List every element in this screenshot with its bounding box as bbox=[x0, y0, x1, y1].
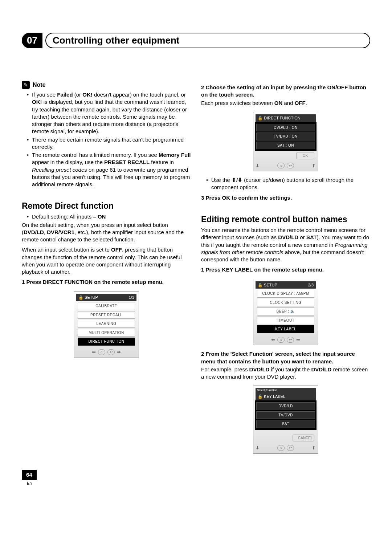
step-3-press-ok: 3 Press OK to confirm the settings. bbox=[201, 194, 370, 201]
chapter-header: 07 Controlling other equipment bbox=[22, 33, 370, 48]
paragraph: When an input select button is set to OF… bbox=[22, 246, 191, 276]
note-item: There may be certain remote signals that… bbox=[27, 136, 191, 151]
right-column: 2 Choose the setting of an input by pres… bbox=[201, 81, 370, 459]
home-icon[interactable]: ⌂ bbox=[98, 349, 105, 355]
paragraph: You can rename the buttons on the remote… bbox=[201, 227, 370, 263]
arrow-right-icon[interactable]: ➡ bbox=[117, 349, 121, 355]
pencil-note-icon: ✎ bbox=[22, 81, 30, 89]
screen-button-dvd-ld[interactable]: DVD/LD bbox=[256, 402, 315, 410]
screen-button-clock-setting[interactable]: CLOCK SETTING bbox=[257, 299, 314, 307]
screen-button-learning[interactable]: LEARNING bbox=[78, 320, 135, 328]
arrow-down-icon[interactable]: ⬇ bbox=[256, 163, 260, 169]
home-icon[interactable]: ⌂ bbox=[277, 445, 285, 451]
back-icon[interactable]: ↩ bbox=[107, 349, 115, 355]
screen-nav: ⬇ ⌂ ↩ ⬆ bbox=[256, 443, 316, 451]
paragraph: For example, press DVD/LD if you taught … bbox=[201, 366, 370, 381]
screen-page: 1/3 bbox=[129, 295, 134, 300]
note-list: If you see Failed (or OK! doesn't appear… bbox=[22, 91, 191, 188]
section-heading-remote-direct: Remote Direct function bbox=[22, 200, 191, 212]
page-number: 64 bbox=[22, 470, 37, 480]
screen-button-preset-recall[interactable]: PRESET RECALL bbox=[78, 311, 135, 319]
note-item: If you see Failed (or OK! doesn't appear… bbox=[27, 91, 191, 135]
chapter-title: Controlling other equipment bbox=[45, 33, 370, 48]
home-icon[interactable]: ⌂ bbox=[277, 163, 285, 168]
note-item: The remote control has a limited memory.… bbox=[27, 151, 191, 188]
paragraph: Each press switches between ON and OFF. bbox=[201, 99, 370, 107]
paragraph: On the default setting, when you press a… bbox=[22, 221, 191, 244]
screen-button-timeout[interactable]: TIMEOUT bbox=[257, 317, 314, 325]
screen-button-clock-display[interactable]: CLOCK DISPLAY : AM/PM bbox=[257, 290, 314, 298]
arrow-left-icon[interactable]: ⬅ bbox=[271, 337, 275, 343]
screen-button-direct-function[interactable]: DIRECT FUNCTION bbox=[78, 338, 135, 346]
step-2-select-function: 2 From the 'Select Function' screen, sel… bbox=[201, 350, 370, 365]
remote-screen-setup-2: 🔒 SETUP 2/3 CLOCK DISPLAY : AM/PM CLOCK … bbox=[253, 279, 318, 346]
chapter-number-badge: 07 bbox=[22, 33, 42, 48]
page-footer: 64 En bbox=[22, 470, 370, 486]
remote-screen-setup: 🔒 SETUP 1/3 CALIBRATE PRESET RECALL LEAR… bbox=[74, 291, 139, 358]
screen-button-tv-dvd[interactable]: TV/DVD : ON bbox=[256, 133, 315, 140]
section-heading-editing-names: Editing remote control button names bbox=[201, 214, 370, 225]
arrow-down-icon[interactable]: ⬇ bbox=[256, 445, 260, 451]
screen-page: 2/3 bbox=[308, 282, 314, 288]
screen-nav: ⬇ ⌂ ↩ ⬆ bbox=[256, 160, 316, 169]
speaker-icon: 🔈 bbox=[290, 309, 295, 313]
screen-button-key-label[interactable]: KEY LABEL bbox=[257, 325, 314, 333]
step-1-key-label: 1 Press KEY LABEL on the remote setup me… bbox=[201, 266, 370, 273]
use-cursor-note: Use the ⬆/⬇ (cursor up/down) buttons to … bbox=[206, 176, 370, 191]
screen-button-sat[interactable]: SAT bbox=[256, 420, 315, 428]
step-1-direct-function: 1 Press DIRECT FUNCTION on the remote se… bbox=[22, 278, 191, 286]
default-setting: Default setting: All inputs – ON bbox=[27, 213, 191, 220]
screen-subtitle: Select Function bbox=[256, 388, 316, 393]
arrow-up-icon[interactable]: ⬆ bbox=[312, 445, 316, 451]
screen-button-beep[interactable]: BEEP : 🔈 bbox=[257, 307, 314, 315]
back-icon[interactable]: ↩ bbox=[287, 445, 294, 451]
arrow-right-icon[interactable]: ➡ bbox=[296, 337, 300, 343]
screen-title: 🔒 DIRECT FUNCTION bbox=[258, 115, 301, 121]
screen-ok-button[interactable]: OK bbox=[296, 152, 314, 159]
step-2-choose-setting: 2 Choose the setting of an input by pres… bbox=[201, 84, 370, 99]
screen-title: 🔒 SETUP bbox=[258, 282, 277, 288]
screen-title: 🔒 SETUP bbox=[78, 295, 98, 300]
note-label: Note bbox=[33, 81, 46, 89]
left-column: ✎ Note If you see Failed (or OK! doesn't… bbox=[22, 81, 191, 459]
screen-button-sat[interactable]: SAT : ON bbox=[256, 142, 315, 150]
language-label: En bbox=[27, 481, 370, 486]
screen-cancel-button[interactable]: CANCEL bbox=[293, 435, 314, 442]
screen-nav: ⬅ ⌂ ↩ ➡ bbox=[256, 334, 316, 343]
remote-screen-direct-function: 🔒 DIRECT FUNCTION DVD/LD : ON TV/DVD : O… bbox=[253, 112, 318, 171]
screen-button-dvd-ld[interactable]: DVD/LD : ON bbox=[256, 124, 315, 132]
back-icon[interactable]: ↩ bbox=[287, 163, 294, 168]
remote-screen-key-label: Select Function 🔒 KEY LABEL DVD/LD TV/DV… bbox=[253, 386, 318, 453]
screen-button-calibrate[interactable]: CALIBRATE bbox=[78, 302, 135, 310]
home-icon[interactable]: ⌂ bbox=[277, 337, 285, 343]
back-icon[interactable]: ↩ bbox=[287, 337, 294, 343]
arrow-left-icon[interactable]: ⬅ bbox=[92, 349, 96, 355]
arrow-up-icon[interactable]: ⬆ bbox=[312, 163, 316, 169]
screen-title: 🔒 KEY LABEL bbox=[258, 394, 285, 399]
screen-nav: ⬅ ⌂ ↩ ➡ bbox=[76, 347, 136, 355]
screen-button-multi-operation[interactable]: MULTI OPERATION bbox=[78, 329, 135, 337]
screen-button-tv-dvd[interactable]: TV/DVD bbox=[256, 411, 315, 419]
